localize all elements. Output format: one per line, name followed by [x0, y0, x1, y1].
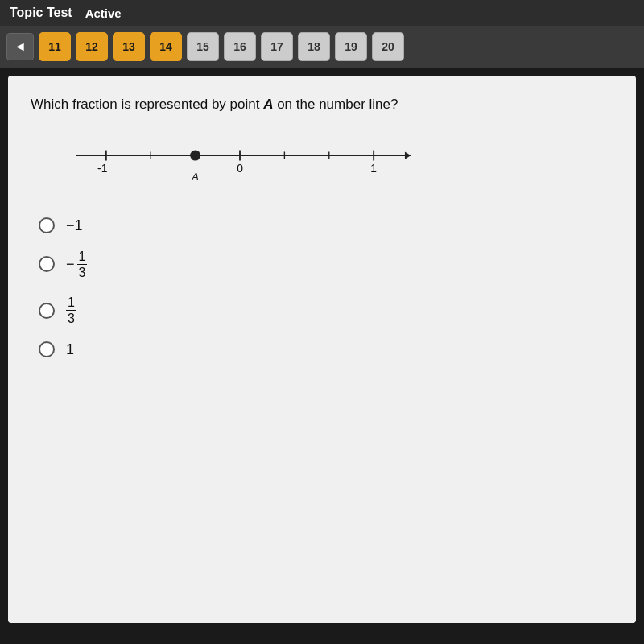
number-line-container: -1 0 1 A — [39, 137, 613, 193]
radio-c[interactable] — [39, 303, 55, 319]
number-line-svg: -1 0 1 A — [39, 137, 441, 185]
choice-a-label: −1 — [66, 217, 83, 234]
nav-btn-15[interactable]: 15 — [187, 32, 219, 61]
nav-btn-17[interactable]: 17 — [261, 32, 293, 61]
nav-back-arrow[interactable]: ◄ — [6, 33, 34, 60]
nav-bar: ◄ 11 12 13 14 15 16 17 18 19 20 — [0, 26, 644, 68]
choice-b[interactable]: − 1 3 — [39, 249, 613, 280]
svg-marker-1 — [405, 151, 411, 159]
content-area: Which fraction is represented by point A… — [8, 76, 636, 623]
choice-c[interactable]: 1 3 — [39, 295, 613, 326]
svg-point-9 — [190, 150, 200, 160]
choice-d-label: 1 — [66, 341, 74, 358]
header-status: Active — [85, 6, 122, 20]
question-text: Which fraction is represented by point A… — [31, 95, 613, 114]
radio-a[interactable] — [39, 217, 55, 233]
nav-btn-11[interactable]: 11 — [39, 32, 71, 61]
radio-d[interactable] — [39, 341, 55, 357]
svg-text:0: 0 — [237, 162, 243, 175]
nav-btn-13[interactable]: 13 — [113, 32, 145, 61]
svg-text:-1: -1 — [97, 162, 108, 175]
svg-text:A: A — [191, 170, 199, 182]
choice-d[interactable]: 1 — [39, 341, 613, 358]
nav-btn-19[interactable]: 19 — [335, 32, 367, 61]
radio-b[interactable] — [39, 256, 55, 272]
nav-btn-12[interactable]: 12 — [76, 32, 108, 61]
header-title: Topic Test — [10, 6, 72, 20]
svg-text:1: 1 — [370, 162, 377, 175]
choices: −1 − 1 3 1 3 — [39, 217, 613, 358]
nav-btn-14[interactable]: 14 — [150, 32, 182, 61]
nav-btn-20[interactable]: 20 — [372, 32, 404, 61]
nav-btn-16[interactable]: 16 — [224, 32, 256, 61]
choice-a[interactable]: −1 — [39, 217, 613, 234]
choice-c-label: 1 3 — [66, 295, 76, 326]
choice-b-label: − 1 3 — [66, 249, 87, 280]
header: Topic Test Active — [0, 0, 644, 26]
nav-btn-18[interactable]: 18 — [298, 32, 330, 61]
